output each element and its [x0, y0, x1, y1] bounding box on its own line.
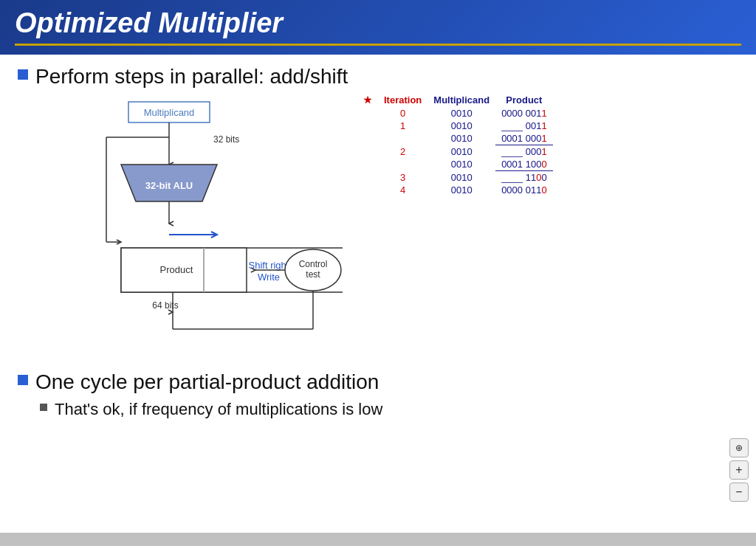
svg-text:64 bits: 64 bits	[152, 300, 178, 311]
zoom-controls: ⊕ + −	[729, 438, 749, 502]
table-row: 0010 0001 0001	[357, 132, 553, 145]
table-row: 3 0010 ____ 1100	[357, 171, 553, 184]
zoom-in-button[interactable]: +	[729, 460, 749, 480]
diagram-svg: Multiplicand 32 bits 32-bit ALU	[25, 94, 343, 360]
bullet-square-1	[18, 69, 28, 80]
diagram-section: Multiplicand 32 bits 32-bit ALU	[25, 94, 738, 360]
svg-text:Write: Write	[258, 272, 280, 283]
svg-text:32 bits: 32 bits	[213, 134, 239, 145]
page-title: Optimized Multiplier	[15, 7, 741, 39]
bottom-section: One cycle per partial-product addition T…	[18, 370, 738, 419]
table-row: 0 0010 0000 0011	[357, 107, 553, 120]
svg-text:Control: Control	[299, 259, 328, 269]
table-row: 1 0010 ____ 0011	[357, 120, 553, 132]
svg-text:Product: Product	[160, 264, 193, 275]
bullet-text-3: That's ok, if frequency of multiplicatio…	[55, 400, 382, 419]
bullet-text-1: Perform steps in parallel: add/shift	[35, 65, 348, 89]
move-button[interactable]: ⊕	[729, 438, 749, 457]
table-row: 4 0010 0000 0110	[357, 184, 553, 196]
svg-text:32-bit ALU: 32-bit ALU	[145, 180, 193, 191]
iteration-header: Iteration	[378, 94, 427, 107]
bullet-item-3: That's ok, if frequency of multiplicatio…	[40, 400, 738, 419]
iteration-table: ★ Iteration Multiplicand Product 0 0010 …	[357, 94, 553, 196]
bottom-bar	[0, 533, 756, 546]
table-row: 2 0010 ____ 0001	[357, 145, 553, 159]
star-header: ★	[357, 94, 378, 107]
header: Optimized Multiplier	[0, 0, 756, 55]
bullet-item-2: One cycle per partial-product addition	[18, 370, 738, 394]
bullet-square-2	[18, 375, 28, 385]
table-row: 0010 0001 1000	[357, 158, 553, 171]
bullet-square-3	[40, 404, 47, 411]
svg-text:Shift right: Shift right	[249, 260, 289, 271]
bullet-text-2: One cycle per partial-product addition	[35, 370, 379, 394]
zoom-out-button[interactable]: −	[729, 483, 749, 502]
header-line	[15, 44, 741, 46]
iteration-table-container: ★ Iteration Multiplicand Product 0 0010 …	[357, 94, 553, 360]
bullet-item-1: Perform steps in parallel: add/shift	[18, 65, 738, 89]
multiplicand-header: Multiplicand	[427, 94, 495, 107]
product-header: Product	[495, 94, 552, 107]
main-content: Perform steps in parallel: add/shift Mul…	[0, 55, 756, 432]
svg-text:test: test	[306, 269, 320, 280]
svg-text:Multiplicand: Multiplicand	[144, 107, 195, 118]
diagram-left: Multiplicand 32 bits 32-bit ALU	[25, 94, 343, 360]
